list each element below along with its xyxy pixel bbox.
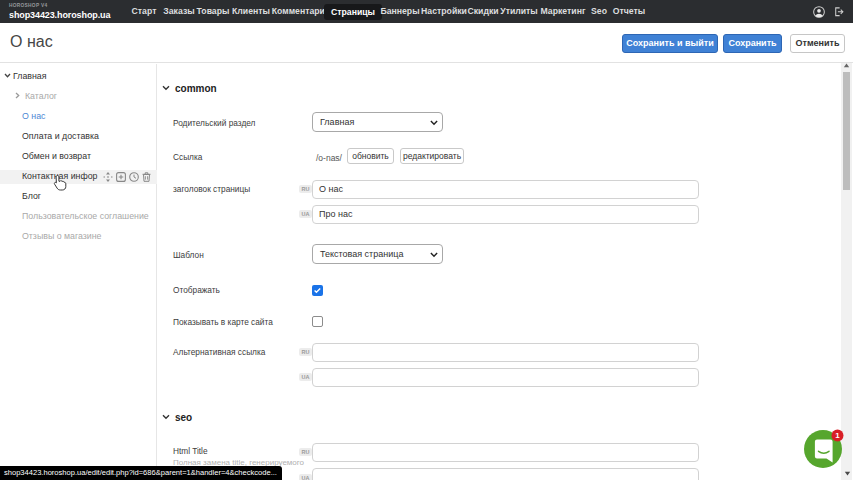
svg-text:1: 1 (835, 431, 840, 440)
